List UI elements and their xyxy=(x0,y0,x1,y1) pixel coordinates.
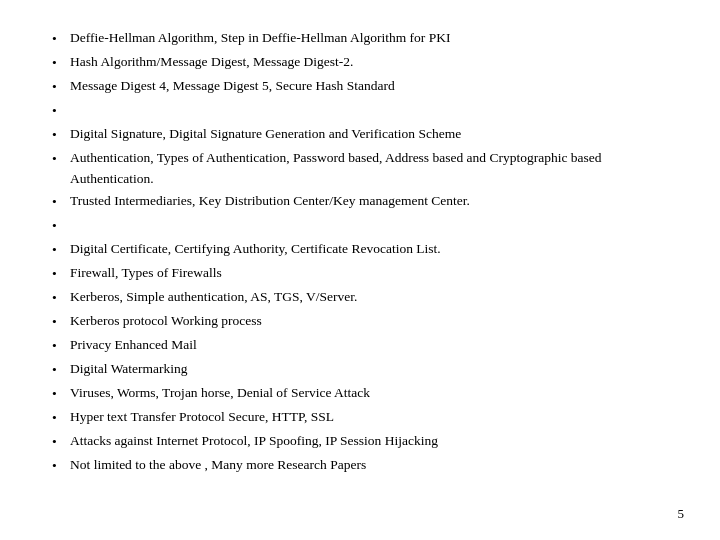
list-item-text: Hyper text Transfer Protocol Secure, HTT… xyxy=(70,407,668,428)
list-item-text: Digital Signature, Digital Signature Gen… xyxy=(70,124,668,145)
list-item: •Viruses, Worms, Trojan horse, Denial of… xyxy=(52,383,668,405)
bullet-icon: • xyxy=(52,100,70,122)
list-item: •Digital Watermarking xyxy=(52,359,668,381)
list-item: •Deffie-Hellman Algorithm, Step in Deffi… xyxy=(52,28,668,50)
bullet-icon: • xyxy=(52,407,70,429)
list-item-text: Digital Certificate, Certifying Authorit… xyxy=(70,239,668,260)
bullet-list: •Deffie-Hellman Algorithm, Step in Deffi… xyxy=(52,28,668,477)
bullet-icon: • xyxy=(52,263,70,285)
list-item: •Kerberos protocol Working process xyxy=(52,311,668,333)
bullet-icon: • xyxy=(52,215,70,237)
list-item: •Authentication, Types of Authentication… xyxy=(52,148,668,190)
list-item: •Privacy Enhanced Mail xyxy=(52,335,668,357)
list-item: •Digital Certificate, Certifying Authori… xyxy=(52,239,668,261)
list-item: •Kerberos, Simple authentication, AS, TG… xyxy=(52,287,668,309)
list-item-text: Hash Algorithm/Message Digest, Message D… xyxy=(70,52,668,73)
list-item-text: Not limited to the above , Many more Res… xyxy=(70,455,668,476)
list-item-text: Digital Watermarking xyxy=(70,359,668,380)
list-item-text: Attacks against Internet Protocol, IP Sp… xyxy=(70,431,668,452)
bullet-icon: • xyxy=(52,28,70,50)
list-item-text: Authentication, Types of Authentication,… xyxy=(70,148,668,190)
list-item-text: Privacy Enhanced Mail xyxy=(70,335,668,356)
list-item: • xyxy=(52,215,668,237)
list-item: • xyxy=(52,100,668,122)
page-number: 5 xyxy=(678,506,685,522)
bullet-icon: • xyxy=(52,239,70,261)
list-item-text: Trusted Intermediaries, Key Distribution… xyxy=(70,191,668,212)
bullet-icon: • xyxy=(52,52,70,74)
bullet-icon: • xyxy=(52,359,70,381)
list-item-text: Kerberos, Simple authentication, AS, TGS… xyxy=(70,287,668,308)
list-item: •Hyper text Transfer Protocol Secure, HT… xyxy=(52,407,668,429)
list-item-text: Firewall, Types of Firewalls xyxy=(70,263,668,284)
list-item: •Firewall, Types of Firewalls xyxy=(52,263,668,285)
list-item: •Trusted Intermediaries, Key Distributio… xyxy=(52,191,668,213)
list-item-text: Viruses, Worms, Trojan horse, Denial of … xyxy=(70,383,668,404)
list-item-text: Message Digest 4, Message Digest 5, Secu… xyxy=(70,76,668,97)
list-item: •Hash Algorithm/Message Digest, Message … xyxy=(52,52,668,74)
bullet-icon: • xyxy=(52,76,70,98)
list-item: •Attacks against Internet Protocol, IP S… xyxy=(52,431,668,453)
bullet-icon: • xyxy=(52,311,70,333)
list-item: •Digital Signature, Digital Signature Ge… xyxy=(52,124,668,146)
bullet-icon: • xyxy=(52,148,70,170)
list-item: •Not limited to the above , Many more Re… xyxy=(52,455,668,477)
bullet-icon: • xyxy=(52,431,70,453)
bullet-icon: • xyxy=(52,383,70,405)
page: •Deffie-Hellman Algorithm, Step in Deffi… xyxy=(0,0,720,540)
bullet-icon: • xyxy=(52,335,70,357)
list-item-text: Deffie-Hellman Algorithm, Step in Deffie… xyxy=(70,28,668,49)
bullet-icon: • xyxy=(52,124,70,146)
bullet-icon: • xyxy=(52,455,70,477)
list-item: •Message Digest 4, Message Digest 5, Sec… xyxy=(52,76,668,98)
bullet-icon: • xyxy=(52,287,70,309)
list-item-text: Kerberos protocol Working process xyxy=(70,311,668,332)
bullet-icon: • xyxy=(52,191,70,213)
